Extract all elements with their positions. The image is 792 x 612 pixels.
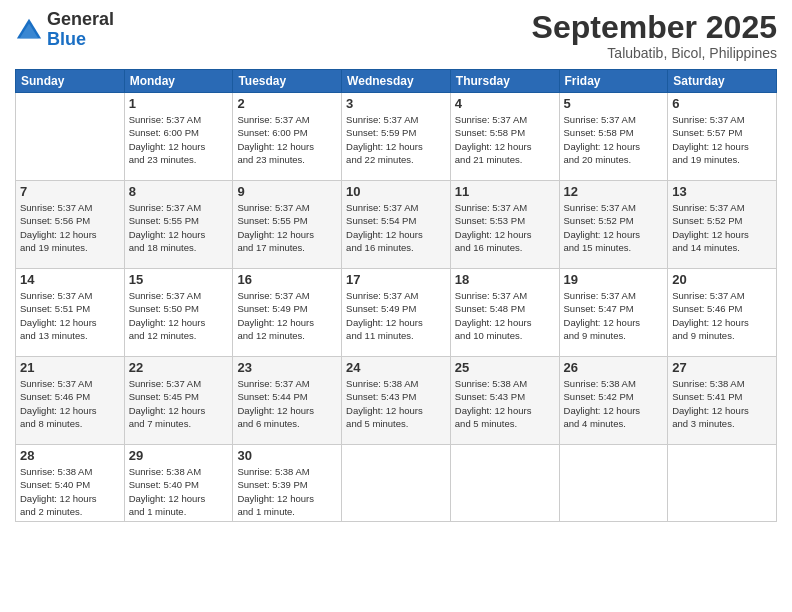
table-row: 24Sunrise: 5:38 AM Sunset: 5:43 PM Dayli… [342, 357, 451, 445]
day-number: 15 [129, 272, 229, 287]
col-wednesday: Wednesday [342, 70, 451, 93]
table-row [559, 445, 668, 522]
table-row: 23Sunrise: 5:37 AM Sunset: 5:44 PM Dayli… [233, 357, 342, 445]
day-info: Sunrise: 5:37 AM Sunset: 5:52 PM Dayligh… [672, 201, 772, 254]
col-thursday: Thursday [450, 70, 559, 93]
day-info: Sunrise: 5:38 AM Sunset: 5:41 PM Dayligh… [672, 377, 772, 430]
day-number: 14 [20, 272, 120, 287]
day-info: Sunrise: 5:37 AM Sunset: 5:45 PM Dayligh… [129, 377, 229, 430]
table-row: 29Sunrise: 5:38 AM Sunset: 5:40 PM Dayli… [124, 445, 233, 522]
day-info: Sunrise: 5:37 AM Sunset: 5:50 PM Dayligh… [129, 289, 229, 342]
table-row: 30Sunrise: 5:38 AM Sunset: 5:39 PM Dayli… [233, 445, 342, 522]
table-row: 3Sunrise: 5:37 AM Sunset: 5:59 PM Daylig… [342, 93, 451, 181]
table-row [342, 445, 451, 522]
table-row: 18Sunrise: 5:37 AM Sunset: 5:48 PM Dayli… [450, 269, 559, 357]
day-number: 16 [237, 272, 337, 287]
calendar-week-row: 28Sunrise: 5:38 AM Sunset: 5:40 PM Dayli… [16, 445, 777, 522]
day-info: Sunrise: 5:38 AM Sunset: 5:40 PM Dayligh… [129, 465, 229, 518]
day-info: Sunrise: 5:37 AM Sunset: 5:58 PM Dayligh… [564, 113, 664, 166]
day-number: 7 [20, 184, 120, 199]
day-number: 2 [237, 96, 337, 111]
day-number: 29 [129, 448, 229, 463]
day-number: 17 [346, 272, 446, 287]
logo-general-text: General [47, 9, 114, 29]
day-info: Sunrise: 5:37 AM Sunset: 5:56 PM Dayligh… [20, 201, 120, 254]
day-info: Sunrise: 5:37 AM Sunset: 5:49 PM Dayligh… [346, 289, 446, 342]
day-info: Sunrise: 5:37 AM Sunset: 5:49 PM Dayligh… [237, 289, 337, 342]
col-friday: Friday [559, 70, 668, 93]
day-info: Sunrise: 5:37 AM Sunset: 5:57 PM Dayligh… [672, 113, 772, 166]
day-number: 28 [20, 448, 120, 463]
table-row: 6Sunrise: 5:37 AM Sunset: 5:57 PM Daylig… [668, 93, 777, 181]
day-info: Sunrise: 5:38 AM Sunset: 5:43 PM Dayligh… [455, 377, 555, 430]
day-number: 12 [564, 184, 664, 199]
table-row: 20Sunrise: 5:37 AM Sunset: 5:46 PM Dayli… [668, 269, 777, 357]
day-number: 23 [237, 360, 337, 375]
table-row: 21Sunrise: 5:37 AM Sunset: 5:46 PM Dayli… [16, 357, 125, 445]
day-number: 24 [346, 360, 446, 375]
day-number: 11 [455, 184, 555, 199]
day-number: 5 [564, 96, 664, 111]
day-info: Sunrise: 5:37 AM Sunset: 5:48 PM Dayligh… [455, 289, 555, 342]
month-title: September 2025 [532, 10, 777, 45]
table-row: 13Sunrise: 5:37 AM Sunset: 5:52 PM Dayli… [668, 181, 777, 269]
table-row: 25Sunrise: 5:38 AM Sunset: 5:43 PM Dayli… [450, 357, 559, 445]
calendar-week-row: 14Sunrise: 5:37 AM Sunset: 5:51 PM Dayli… [16, 269, 777, 357]
table-row: 10Sunrise: 5:37 AM Sunset: 5:54 PM Dayli… [342, 181, 451, 269]
day-number: 30 [237, 448, 337, 463]
col-sunday: Sunday [16, 70, 125, 93]
location: Talubatib, Bicol, Philippines [532, 45, 777, 61]
table-row: 5Sunrise: 5:37 AM Sunset: 5:58 PM Daylig… [559, 93, 668, 181]
day-number: 13 [672, 184, 772, 199]
day-number: 20 [672, 272, 772, 287]
calendar: Sunday Monday Tuesday Wednesday Thursday… [15, 69, 777, 522]
table-row: 14Sunrise: 5:37 AM Sunset: 5:51 PM Dayli… [16, 269, 125, 357]
day-info: Sunrise: 5:38 AM Sunset: 5:43 PM Dayligh… [346, 377, 446, 430]
day-info: Sunrise: 5:37 AM Sunset: 5:55 PM Dayligh… [237, 201, 337, 254]
day-number: 9 [237, 184, 337, 199]
table-row: 19Sunrise: 5:37 AM Sunset: 5:47 PM Dayli… [559, 269, 668, 357]
calendar-week-row: 21Sunrise: 5:37 AM Sunset: 5:46 PM Dayli… [16, 357, 777, 445]
table-row: 8Sunrise: 5:37 AM Sunset: 5:55 PM Daylig… [124, 181, 233, 269]
day-info: Sunrise: 5:37 AM Sunset: 5:47 PM Dayligh… [564, 289, 664, 342]
day-info: Sunrise: 5:37 AM Sunset: 6:00 PM Dayligh… [129, 113, 229, 166]
day-number: 10 [346, 184, 446, 199]
table-row: 27Sunrise: 5:38 AM Sunset: 5:41 PM Dayli… [668, 357, 777, 445]
calendar-header-row: Sunday Monday Tuesday Wednesday Thursday… [16, 70, 777, 93]
table-row: 12Sunrise: 5:37 AM Sunset: 5:52 PM Dayli… [559, 181, 668, 269]
table-row: 4Sunrise: 5:37 AM Sunset: 5:58 PM Daylig… [450, 93, 559, 181]
day-info: Sunrise: 5:37 AM Sunset: 5:58 PM Dayligh… [455, 113, 555, 166]
day-info: Sunrise: 5:37 AM Sunset: 5:51 PM Dayligh… [20, 289, 120, 342]
col-monday: Monday [124, 70, 233, 93]
day-number: 25 [455, 360, 555, 375]
day-info: Sunrise: 5:37 AM Sunset: 5:44 PM Dayligh… [237, 377, 337, 430]
table-row: 11Sunrise: 5:37 AM Sunset: 5:53 PM Dayli… [450, 181, 559, 269]
day-number: 4 [455, 96, 555, 111]
day-info: Sunrise: 5:37 AM Sunset: 5:53 PM Dayligh… [455, 201, 555, 254]
table-row: 2Sunrise: 5:37 AM Sunset: 6:00 PM Daylig… [233, 93, 342, 181]
col-tuesday: Tuesday [233, 70, 342, 93]
table-row: 26Sunrise: 5:38 AM Sunset: 5:42 PM Dayli… [559, 357, 668, 445]
logo-blue-text: Blue [47, 29, 86, 49]
table-row: 17Sunrise: 5:37 AM Sunset: 5:49 PM Dayli… [342, 269, 451, 357]
table-row [16, 93, 125, 181]
day-info: Sunrise: 5:38 AM Sunset: 5:40 PM Dayligh… [20, 465, 120, 518]
day-info: Sunrise: 5:37 AM Sunset: 6:00 PM Dayligh… [237, 113, 337, 166]
day-info: Sunrise: 5:37 AM Sunset: 5:54 PM Dayligh… [346, 201, 446, 254]
day-number: 18 [455, 272, 555, 287]
day-number: 22 [129, 360, 229, 375]
logo: General Blue [15, 10, 114, 50]
day-number: 3 [346, 96, 446, 111]
day-info: Sunrise: 5:38 AM Sunset: 5:39 PM Dayligh… [237, 465, 337, 518]
table-row: 16Sunrise: 5:37 AM Sunset: 5:49 PM Dayli… [233, 269, 342, 357]
day-info: Sunrise: 5:37 AM Sunset: 5:46 PM Dayligh… [20, 377, 120, 430]
day-number: 1 [129, 96, 229, 111]
day-info: Sunrise: 5:38 AM Sunset: 5:42 PM Dayligh… [564, 377, 664, 430]
table-row [668, 445, 777, 522]
page: General Blue September 2025 Talubatib, B… [0, 0, 792, 612]
day-number: 8 [129, 184, 229, 199]
table-row: 22Sunrise: 5:37 AM Sunset: 5:45 PM Dayli… [124, 357, 233, 445]
day-info: Sunrise: 5:37 AM Sunset: 5:59 PM Dayligh… [346, 113, 446, 166]
day-number: 27 [672, 360, 772, 375]
table-row: 1Sunrise: 5:37 AM Sunset: 6:00 PM Daylig… [124, 93, 233, 181]
